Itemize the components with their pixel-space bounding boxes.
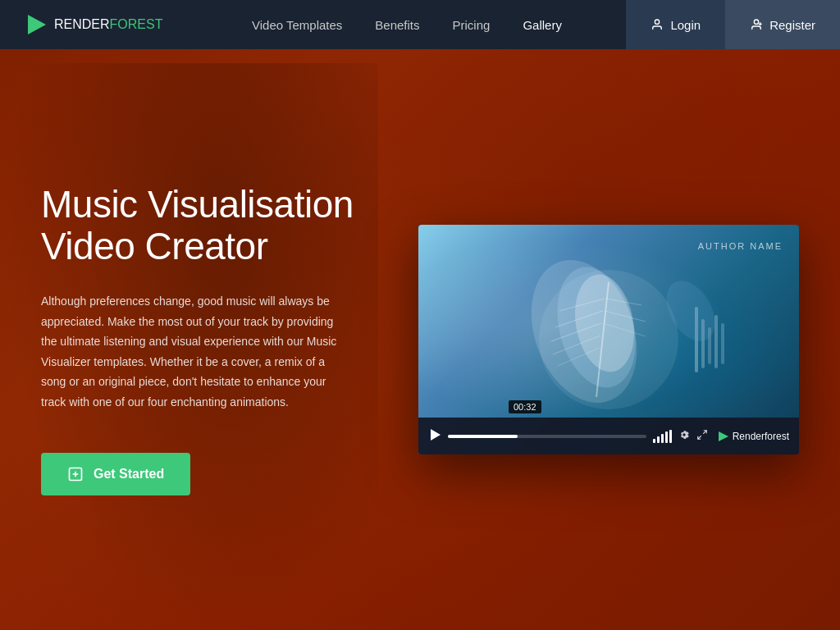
video-brand: Renderforest — [718, 431, 789, 442]
navigation: RENDERFOREST Video Templates Benefits Pr… — [0, 0, 840, 49]
video-controls[interactable]: 00:32 — [418, 418, 799, 454]
brand-label: Renderforest — [733, 431, 789, 442]
play-button[interactable] — [428, 428, 441, 445]
svg-rect-23 — [721, 323, 724, 364]
logo-forest: FOREST — [110, 17, 163, 31]
login-icon — [651, 18, 664, 31]
login-label: Login — [670, 18, 701, 32]
svg-marker-0 — [28, 15, 46, 34]
volume-control[interactable] — [653, 430, 672, 443]
hero-title: Music VisualisationVideo Creator — [41, 184, 369, 267]
hero-content: Music VisualisationVideo Creator Althoug… — [0, 49, 840, 630]
hero-description: Although preferences change, good music … — [41, 291, 345, 412]
vol-bar-4 — [665, 431, 668, 443]
vol-bar-1 — [653, 439, 655, 443]
logo-icon — [25, 13, 48, 36]
svg-line-26 — [703, 431, 706, 434]
svg-point-2 — [754, 20, 758, 24]
register-label: Register — [769, 18, 815, 32]
get-started-button[interactable]: Get Started — [41, 453, 190, 495]
get-started-icon — [67, 466, 84, 482]
video-timestamp: 00:32 — [509, 400, 541, 413]
svg-marker-25 — [431, 429, 441, 441]
svg-marker-28 — [719, 431, 728, 441]
login-button[interactable]: Login — [626, 0, 725, 49]
get-started-label: Get Started — [94, 467, 164, 482]
progress-bar[interactable] — [448, 435, 646, 438]
svg-line-27 — [697, 436, 701, 439]
register-icon — [750, 18, 763, 31]
play-icon — [428, 428, 441, 441]
nav-gallery[interactable]: Gallery — [523, 18, 562, 32]
progress-fill — [448, 435, 518, 438]
nav-auth: Login Register — [626, 0, 840, 49]
fullscreen-icon — [696, 429, 708, 441]
video-player: AUTHOR NAME 00:32 — [418, 225, 799, 454]
brand-play-icon — [718, 431, 729, 442]
vol-bar-3 — [661, 434, 664, 443]
svg-point-1 — [655, 20, 660, 24]
hero-section: Music VisualisationVideo Creator Althoug… — [0, 0, 840, 630]
vol-bar-5 — [669, 430, 672, 443]
nav-video-templates[interactable]: Video Templates — [252, 18, 342, 32]
logo-render: RENDER — [54, 17, 110, 31]
vol-bar-2 — [657, 436, 660, 443]
gear-icon — [678, 429, 690, 441]
fullscreen-button[interactable] — [696, 429, 708, 443]
settings-button[interactable] — [678, 429, 690, 443]
nav-benefits[interactable]: Benefits — [375, 18, 419, 32]
hero-text-block: Music VisualisationVideo Creator Althoug… — [41, 184, 369, 495]
nav-pricing[interactable]: Pricing — [453, 18, 491, 32]
register-button[interactable]: Register — [725, 0, 840, 49]
logo[interactable]: RENDERFOREST — [0, 13, 187, 36]
logo-text: RENDERFOREST — [54, 17, 162, 32]
video-author-label: AUTHOR NAME — [698, 241, 783, 251]
nav-links: Video Templates Benefits Pricing Gallery — [187, 18, 626, 32]
svg-rect-22 — [714, 315, 718, 368]
